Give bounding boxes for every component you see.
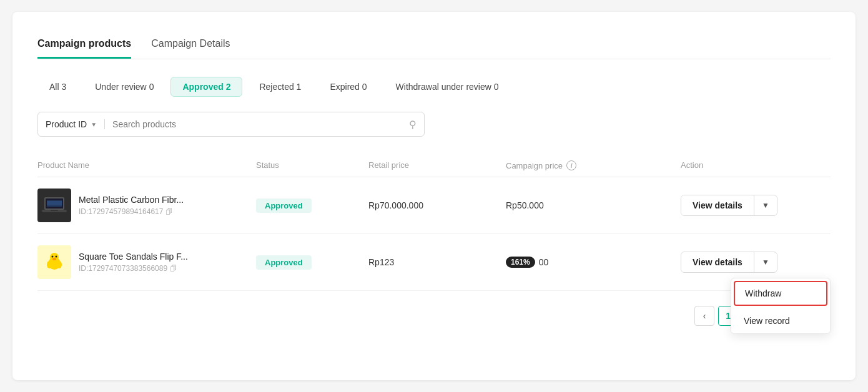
view-record-button[interactable]: View record: [731, 308, 830, 333]
search-dropdown[interactable]: Product ID ▼: [46, 119, 105, 129]
svg-point-15: [57, 261, 62, 268]
action-cell-1: View details ▼: [681, 195, 831, 216]
svg-point-12: [56, 256, 57, 258]
col-campaign-price: Campaign price i: [506, 160, 681, 170]
status-cell-1: Approved: [256, 198, 368, 213]
svg-point-13: [52, 258, 56, 260]
action-cell-2: View details ▼ Withdraw View record: [681, 252, 831, 273]
percent-badge: 161%: [506, 257, 535, 268]
pagination: ‹ 1 › 20 /Page ▼: [37, 306, 831, 326]
chevron-right-icon-2[interactable]: ▼: [754, 253, 777, 272]
action-dropdown-menu: Withdraw View record: [731, 278, 831, 334]
table-row-2: Square Toe Sandals Flip F... ID:17297470…: [37, 234, 831, 291]
product-image-2: [37, 245, 71, 279]
view-details-button-1[interactable]: View details ▼: [681, 195, 777, 216]
product-info-2: Square Toe Sandals Flip F... ID:17297470…: [79, 252, 188, 273]
tab-campaign-products[interactable]: Campaign products: [37, 31, 131, 59]
withdraw-button[interactable]: Withdraw: [734, 281, 827, 306]
filter-tab-under-review[interactable]: Under review 0: [83, 77, 165, 97]
table-header: Product Name Status Retail price Campaig…: [37, 154, 831, 177]
status-badge-1: Approved: [256, 198, 312, 213]
filter-tab-rejected[interactable]: Rejected 1: [247, 77, 313, 97]
product-info-1: Metal Plastic Carbon Fibr... ID:17297457…: [79, 195, 184, 216]
tab-campaign-details[interactable]: Campaign Details: [151, 31, 230, 59]
col-status: Status: [256, 160, 368, 170]
chevron-down-icon: ▼: [91, 121, 97, 128]
svg-point-11: [52, 256, 54, 258]
filter-tab-withdrawal[interactable]: Withdrawal under review 0: [384, 77, 511, 97]
product-id-1: ID:172974579894164617 🗍: [79, 207, 184, 216]
status-cell-2: Approved: [256, 255, 368, 270]
table-row: Metal Plastic Carbon Fibr... ID:17297457…: [37, 177, 831, 234]
page-container: Campaign products Campaign Details All 3…: [12, 12, 856, 380]
product-image-1: [37, 189, 71, 222]
search-icon: ⚲: [409, 119, 417, 130]
col-action: Action: [681, 160, 831, 170]
search-bar: Product ID ▼ ⚲: [37, 112, 425, 137]
svg-rect-3: [51, 210, 58, 211]
filter-tab-all[interactable]: All 3: [37, 77, 78, 97]
svg-rect-4: [47, 200, 62, 207]
view-details-label-1: View details: [681, 195, 754, 215]
campaign-price-2: 161% 00: [506, 257, 681, 268]
filter-tab-approved[interactable]: Approved 2: [170, 77, 242, 97]
copy-icon-1[interactable]: 🗍: [165, 208, 172, 215]
main-tabs: Campaign products Campaign Details: [37, 31, 831, 59]
status-badge-2: Approved: [256, 255, 312, 270]
chevron-right-icon-1[interactable]: ▼: [754, 196, 777, 215]
product-cell-1: Metal Plastic Carbon Fibr... ID:17297457…: [37, 189, 256, 222]
view-details-label-2: View details: [681, 252, 754, 272]
search-input[interactable]: [112, 119, 404, 129]
svg-point-14: [47, 261, 52, 268]
filter-tabs: All 3 Under review 0 Approved 2 Rejected…: [37, 77, 831, 97]
product-cell-2: Square Toe Sandals Flip F... ID:17297470…: [37, 245, 256, 279]
product-name-1: Metal Plastic Carbon Fibr...: [79, 195, 184, 205]
retail-price-2: Rp123: [368, 257, 506, 267]
product-name-2: Square Toe Sandals Flip F...: [79, 252, 188, 262]
campaign-price-1: Rp50.000: [506, 200, 681, 210]
copy-icon-2[interactable]: 🗍: [170, 265, 177, 272]
campaign-price-info-icon[interactable]: i: [566, 160, 576, 170]
pagination-prev[interactable]: ‹: [694, 306, 714, 326]
product-id-2: ID:172974707338356608​9 🗍: [79, 264, 188, 273]
view-details-button-2[interactable]: View details ▼: [681, 252, 777, 273]
col-product-name: Product Name: [37, 160, 256, 170]
retail-price-1: Rp70.000.000: [368, 200, 506, 210]
col-retail-price: Retail price: [368, 160, 506, 170]
filter-tab-expired[interactable]: Expired 0: [318, 77, 378, 97]
